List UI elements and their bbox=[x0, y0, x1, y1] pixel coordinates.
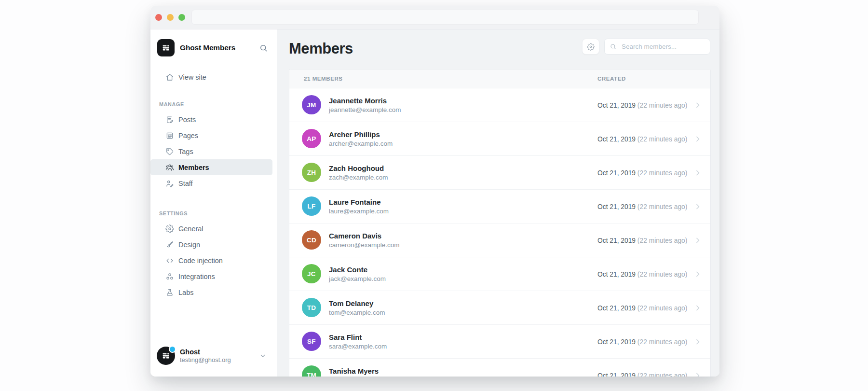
member-email: sara@example.com bbox=[329, 342, 387, 351]
member-name: Laure Fontaine bbox=[329, 197, 389, 207]
member-row[interactable]: CD Cameron Davis cameron@example.com Oct… bbox=[289, 223, 710, 257]
sidebar-header: Ghost Members bbox=[150, 29, 277, 56]
member-identity: Zach Hooghoud zach@example.com bbox=[329, 163, 388, 182]
chevron-right-icon bbox=[693, 134, 703, 144]
zoom-window-button[interactable] bbox=[178, 14, 185, 21]
sidebar-item-posts[interactable]: Posts bbox=[150, 112, 277, 127]
user-avatar bbox=[157, 347, 175, 365]
chevron-right-icon bbox=[693, 168, 703, 178]
member-row[interactable]: ZH Zach Hooghoud zach@example.com Oct 21… bbox=[289, 156, 710, 190]
close-window-button[interactable] bbox=[155, 14, 162, 21]
member-initials: JC bbox=[307, 270, 316, 278]
member-email: tom@example.com bbox=[329, 308, 385, 317]
member-identity: Cameron Davis cameron@example.com bbox=[329, 231, 400, 249]
window-controls bbox=[155, 6, 185, 29]
member-row[interactable]: JC Jack Conte jack@example.com Oct 21, 2… bbox=[289, 257, 710, 291]
sidebar-item-label: Members bbox=[178, 164, 209, 171]
member-email: tanisha@example.com bbox=[329, 376, 395, 377]
user-menu[interactable]: Ghost testing@ghost.org bbox=[150, 341, 277, 377]
window-titlebar bbox=[150, 6, 719, 29]
created-date: Oct 21, 2019 bbox=[597, 169, 636, 176]
sidebar-item-general[interactable]: General bbox=[150, 221, 277, 237]
chevron-right-icon bbox=[693, 303, 703, 313]
member-created: Oct 21, 2019 (22 minutes ago) bbox=[597, 338, 687, 345]
member-created: Oct 21, 2019 (22 minutes ago) bbox=[597, 169, 687, 176]
member-row[interactable]: LF Laure Fontaine laure@example.com Oct … bbox=[289, 190, 710, 223]
member-name: Tanisha Myers bbox=[329, 366, 395, 376]
member-initials: CD bbox=[307, 237, 316, 244]
member-avatar: SF bbox=[302, 332, 321, 351]
flask-icon bbox=[165, 288, 174, 297]
created-ago: (22 minutes ago) bbox=[637, 304, 688, 311]
sidebar-item-tags[interactable]: Tags bbox=[150, 143, 277, 159]
address-bar[interactable] bbox=[191, 10, 699, 25]
header-actions bbox=[582, 39, 710, 55]
member-name: Archer Phillips bbox=[329, 129, 393, 139]
members-icon bbox=[165, 163, 174, 172]
created-ago: (22 minutes ago) bbox=[637, 203, 688, 210]
member-initials: JM bbox=[307, 101, 316, 109]
chevron-right-icon bbox=[693, 100, 703, 110]
sidebar-item-label: Pages bbox=[178, 132, 198, 140]
created-column-header: CREATED bbox=[597, 76, 626, 82]
user-meta: Ghost testing@ghost.org bbox=[180, 348, 231, 364]
member-email: laure@example.com bbox=[329, 207, 389, 216]
member-avatar: TD bbox=[302, 298, 321, 317]
member-avatar: JM bbox=[302, 95, 321, 114]
member-identity: Laure Fontaine laure@example.com bbox=[329, 197, 389, 215]
sidebar-item-staff[interactable]: Staff bbox=[150, 175, 277, 191]
member-created: Oct 21, 2019 (22 minutes ago) bbox=[597, 101, 687, 109]
sidebar-item-members[interactable]: Members bbox=[150, 159, 272, 175]
members-settings-button[interactable] bbox=[582, 39, 599, 55]
sidebar-item-label: Design bbox=[178, 241, 200, 249]
sidebar-item-view-site[interactable]: View site bbox=[150, 69, 277, 85]
member-avatar: LF bbox=[302, 196, 321, 216]
table-header: 21 MEMBERS CREATED bbox=[289, 70, 710, 88]
chevron-right-icon bbox=[693, 236, 703, 245]
sidebar-item-design[interactable]: Design bbox=[150, 237, 277, 252]
member-initials: TD bbox=[307, 304, 316, 311]
member-identity: Archer Phillips archer@example.com bbox=[329, 129, 393, 148]
member-identity: Tanisha Myers tanisha@example.com bbox=[329, 366, 395, 377]
member-row[interactable]: TD Tom Delaney tom@example.com Oct 21, 2… bbox=[289, 291, 710, 325]
chevron-right-icon bbox=[693, 371, 703, 377]
notification-dot bbox=[169, 346, 176, 353]
section-label-settings: SETTINGS bbox=[150, 210, 277, 216]
member-created: Oct 21, 2019 (22 minutes ago) bbox=[597, 203, 687, 210]
created-ago: (22 minutes ago) bbox=[637, 372, 688, 377]
sidebar-item-labs[interactable]: Labs bbox=[150, 284, 277, 300]
created-date: Oct 21, 2019 bbox=[597, 270, 636, 278]
sidebar-nav: View site MANAGE Posts Pages Tags bbox=[150, 56, 277, 341]
member-row[interactable]: JM Jeannette Morris jeannette@example.co… bbox=[289, 88, 710, 122]
browser-window: Ghost Members View site MANAGE Posts bbox=[150, 6, 719, 377]
chevron-down-icon[interactable] bbox=[258, 351, 267, 360]
search-icon[interactable] bbox=[259, 43, 268, 53]
sidebar-item-label: Staff bbox=[178, 180, 193, 187]
member-name: Sara Flint bbox=[329, 332, 387, 342]
member-name: Jack Conte bbox=[329, 265, 386, 274]
member-avatar: CD bbox=[302, 230, 321, 250]
created-date: Oct 21, 2019 bbox=[597, 237, 636, 244]
created-ago: (22 minutes ago) bbox=[637, 101, 688, 109]
member-initials: LF bbox=[307, 203, 315, 210]
sidebar-item-integrations[interactable]: Integrations bbox=[150, 268, 277, 284]
pages-icon bbox=[165, 131, 174, 140]
created-date: Oct 21, 2019 bbox=[597, 101, 636, 109]
search-members-box[interactable] bbox=[604, 39, 710, 55]
posts-icon bbox=[165, 115, 174, 124]
member-avatar: ZH bbox=[302, 163, 321, 182]
member-row[interactable]: SF Sara Flint sara@example.com Oct 21, 2… bbox=[289, 325, 710, 359]
member-identity: Jeannette Morris jeannette@example.com bbox=[329, 96, 401, 114]
created-ago: (22 minutes ago) bbox=[637, 237, 688, 244]
member-created: Oct 21, 2019 (22 minutes ago) bbox=[597, 304, 687, 311]
member-row[interactable]: TM Tanisha Myers tanisha@example.com Oct… bbox=[289, 359, 710, 377]
minimize-window-button[interactable] bbox=[167, 14, 174, 21]
home-icon bbox=[165, 73, 174, 82]
search-members-input[interactable] bbox=[621, 42, 705, 51]
sidebar-item-pages[interactable]: Pages bbox=[150, 127, 277, 143]
member-email: jeannette@example.com bbox=[329, 106, 401, 114]
member-created: Oct 21, 2019 (22 minutes ago) bbox=[597, 135, 687, 142]
member-row[interactable]: AP Archer Phillips archer@example.com Oc… bbox=[289, 122, 710, 156]
sidebar-item-code-injection[interactable]: Code injection bbox=[150, 252, 277, 268]
gear-icon bbox=[587, 43, 595, 51]
